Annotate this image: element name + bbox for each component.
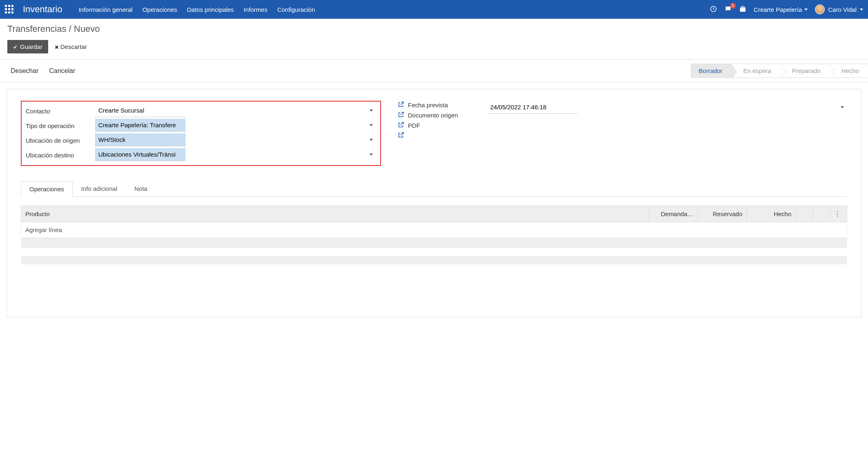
chat-icon[interactable]: 1	[724, 5, 732, 14]
sheet-wrap: Contacto Tipo de operación	[0, 82, 868, 324]
save-button[interactable]: Guardar	[7, 40, 48, 53]
chevron-down-icon	[370, 110, 373, 112]
chevron-down-icon	[860, 9, 863, 11]
external-link-icon[interactable]	[397, 101, 405, 109]
gift-icon[interactable]	[739, 5, 746, 14]
ubicacion-origen-input[interactable]	[95, 133, 186, 146]
tabs: Operaciones Info adicional Nota	[21, 181, 847, 197]
th-empty2	[813, 206, 830, 222]
table-footer	[21, 256, 847, 264]
discard-label: Descartar	[60, 43, 87, 50]
table-gap	[21, 248, 847, 256]
external-link-icon[interactable]	[397, 131, 405, 140]
add-line-label: Agregar línea	[21, 222, 847, 238]
user-name: Caro Vidal	[828, 6, 857, 13]
highlight-box: Contacto Tipo de operación	[21, 101, 381, 166]
scrap-button[interactable]: Desechar	[11, 67, 38, 75]
field-fecha-prevista	[487, 101, 847, 114]
nav-menu-item[interactable]: Configuración	[277, 6, 315, 13]
chevron-down-icon	[370, 154, 373, 156]
clock-icon[interactable]	[710, 5, 717, 14]
field-label: Documento origen	[408, 111, 458, 119]
form-mid-col: Fecha prevista Documento origen PDF	[397, 101, 471, 166]
field-label: PDF	[408, 122, 420, 130]
form-sheet: Contacto Tipo de operación	[7, 89, 861, 317]
status-step-preparado[interactable]: Preparado	[780, 64, 830, 78]
field-ubicacion-origen: Ubicación de origen	[26, 133, 376, 146]
check-icon	[13, 43, 18, 50]
user-menu[interactable]: Caro Vidal	[815, 4, 863, 14]
company-switcher[interactable]: Crearte Papelería	[754, 6, 808, 13]
field-label: Contacto	[26, 104, 95, 115]
field-label: Ubicación destino	[26, 148, 95, 159]
contacto-input[interactable]	[95, 104, 186, 117]
status-step-hecho[interactable]: Hecho	[830, 64, 868, 78]
table-spacer	[21, 237, 847, 248]
th-empty1	[796, 206, 813, 222]
kebab-icon	[834, 210, 836, 218]
field-contacto: Contacto	[26, 104, 376, 117]
statusbar: Borrador En espera Preparado Hecho	[691, 64, 868, 78]
tab-info-adicional[interactable]: Info adicional	[73, 181, 126, 196]
status-step-en-espera[interactable]: En espera	[731, 64, 780, 78]
external-link-icon[interactable]	[397, 111, 405, 119]
chevron-down-icon	[804, 9, 808, 11]
ubicacion-destino-input[interactable]	[95, 148, 186, 161]
nav-menu-item[interactable]: Informes	[244, 6, 267, 13]
header-actions: Desechar Cancelar	[11, 67, 75, 75]
nav-menu-item[interactable]: Información general	[79, 6, 133, 13]
avatar	[815, 4, 825, 14]
chevron-down-icon	[370, 124, 373, 126]
chat-badge: 1	[730, 3, 736, 9]
save-label: Guardar	[20, 43, 42, 50]
breadcrumb-text: Transferencias / Nuevo	[7, 24, 100, 34]
top-navbar: Inventario Información general Operacion…	[0, 0, 868, 19]
brand-title[interactable]: Inventario	[23, 4, 62, 15]
action-bar: Guardar Descartar	[0, 38, 868, 60]
close-icon	[55, 43, 59, 50]
statusbar-row: Desechar Cancelar Borrador En espera Pre…	[0, 60, 868, 82]
field-tipo-operacion: Tipo de operación	[26, 119, 376, 132]
th-reservado[interactable]: Reservado	[698, 206, 747, 222]
operations-table: Producto Demanda… Reservado Hecho Agrega…	[21, 206, 847, 264]
nav-right: 1 Crearte Papelería Caro Vidal	[710, 4, 863, 14]
form-left-col: Contacto Tipo de operación	[21, 101, 381, 166]
th-hecho[interactable]: Hecho	[747, 206, 796, 222]
th-producto[interactable]: Producto	[21, 206, 649, 222]
chevron-down-icon	[370, 139, 373, 141]
nav-menu-item[interactable]: Datos principales	[187, 6, 234, 13]
field-ubicacion-destino: Ubicación destino	[26, 148, 376, 161]
cancel-button[interactable]: Cancelar	[49, 67, 75, 75]
fecha-prevista-input[interactable]	[487, 101, 578, 114]
apps-icon[interactable]	[5, 5, 14, 14]
status-step-borrador[interactable]: Borrador	[691, 64, 731, 78]
add-line-row[interactable]: Agregar línea	[21, 222, 847, 238]
th-demanda[interactable]: Demanda…	[649, 206, 698, 222]
external-link-icon[interactable]	[397, 121, 405, 130]
nav-menu-item[interactable]: Operaciones	[142, 6, 177, 13]
chevron-down-icon	[841, 106, 844, 108]
form-right-col	[487, 101, 847, 166]
nav-menus: Información general Operaciones Datos pr…	[79, 6, 710, 13]
breadcrumb: Transferencias / Nuevo	[0, 19, 868, 38]
field-label: Fecha prevista	[408, 101, 448, 109]
tab-operaciones[interactable]: Operaciones	[21, 181, 73, 197]
tab-nota[interactable]: Nota	[126, 181, 156, 196]
tipo-operacion-input[interactable]	[95, 119, 186, 132]
company-name: Crearte Papelería	[754, 6, 802, 13]
field-label: Tipo de operación	[26, 119, 95, 130]
field-label: Ubicación de origen	[26, 133, 95, 145]
discard-button[interactable]: Descartar	[55, 43, 87, 50]
form-grid: Contacto Tipo de operación	[21, 101, 847, 166]
th-kebab[interactable]	[830, 206, 847, 222]
